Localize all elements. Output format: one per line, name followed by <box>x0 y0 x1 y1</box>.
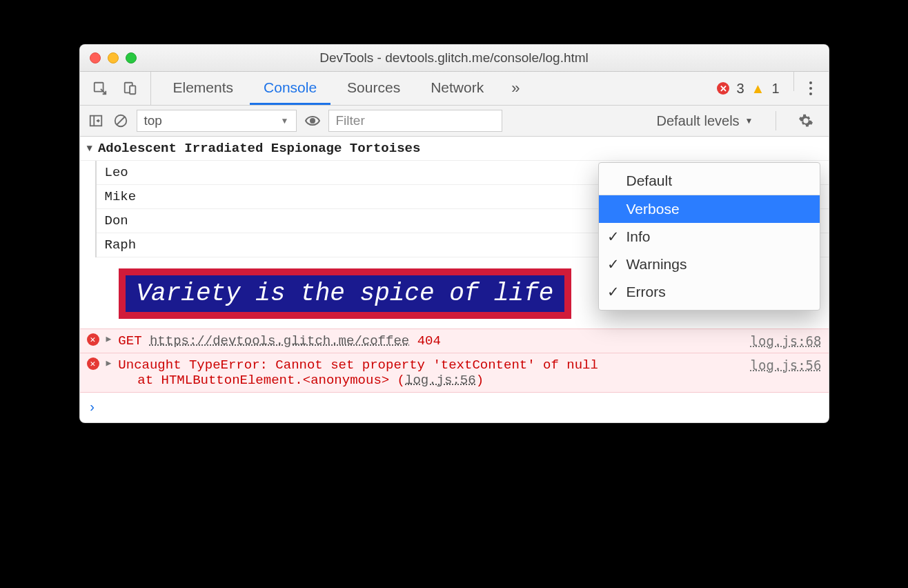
levels-option-errors[interactable]: ✓ Errors <box>599 278 820 306</box>
divider <box>793 72 794 91</box>
title-bar: DevTools - devtools.glitch.me/console/lo… <box>80 45 829 72</box>
chevron-down-icon: ▼ <box>745 116 753 126</box>
svg-point-5 <box>310 118 315 124</box>
disclosure-triangle-icon[interactable]: ▶ <box>106 333 112 344</box>
devtools-window: DevTools - devtools.glitch.me/console/lo… <box>79 44 829 423</box>
request-url[interactable]: https://devtools.glitch.me/coffee <box>150 333 409 349</box>
disclosure-triangle-icon[interactable]: ▼ <box>87 143 92 154</box>
filter-input[interactable]: Filter <box>328 110 502 132</box>
error-message: GET https://devtools.glitch.me/coffee 40… <box>118 333 743 349</box>
execution-context-select[interactable]: top ▼ <box>137 110 297 132</box>
clear-console-icon[interactable] <box>112 112 130 130</box>
levels-option-verbose[interactable]: Verbose <box>599 195 820 223</box>
close-window-button[interactable] <box>90 52 101 63</box>
error-icon: ✕ <box>87 357 99 370</box>
log-levels-label: Default levels <box>657 113 740 129</box>
console-group-header[interactable]: ▼ Adolescent Irradiated Espionage Tortoi… <box>80 137 829 161</box>
error-count-icon: ✕ <box>717 82 729 95</box>
svg-rect-2 <box>130 86 135 94</box>
window-controls <box>80 52 137 63</box>
http-status: 404 <box>417 333 441 349</box>
message-counts[interactable]: ✕ 3 ▲ 1 <box>717 72 786 105</box>
styled-log-message: Variety is the spice of life <box>119 268 572 319</box>
option-label: Errors <box>626 284 666 300</box>
console-toolbar: top ▼ Filter Default levels ▼ <box>80 106 829 137</box>
error-message: Uncaught TypeError: Cannot set property … <box>118 357 743 388</box>
option-label: Default <box>626 173 673 189</box>
customize-menu-button[interactable] <box>801 72 820 105</box>
warning-count-icon: ▲ <box>751 81 765 97</box>
option-label: Verbose <box>626 201 680 217</box>
stack-source-link[interactable]: log.js:56 <box>405 373 476 388</box>
console-sidebar-toggle-icon[interactable] <box>87 112 105 130</box>
source-link[interactable]: log.js:68 <box>751 333 822 349</box>
levels-option-warnings[interactable]: ✓ Warnings <box>599 251 820 278</box>
prompt-chevron-icon: › <box>88 400 97 415</box>
http-method: GET <box>118 333 141 349</box>
divider <box>776 111 776 130</box>
main-tabs-row: Elements Console Sources Network » ✕ 3 ▲… <box>80 72 829 106</box>
log-levels-dropdown[interactable]: Default levels ▼ <box>649 113 762 129</box>
checkmark-icon: ✓ <box>607 228 620 245</box>
live-expression-icon[interactable] <box>304 112 322 130</box>
inspect-element-icon[interactable] <box>91 79 109 97</box>
option-label: Info <box>626 228 651 245</box>
option-label: Warnings <box>626 256 687 273</box>
console-prompt[interactable]: › <box>80 393 829 422</box>
exception-text: Uncaught TypeError: Cannot set property … <box>118 357 598 373</box>
tab-sources[interactable]: Sources <box>333 72 414 105</box>
stack-frame: at HTMLButtonElement.<anonymous> (log.js… <box>118 373 484 388</box>
log-levels-menu: Default Verbose ✓ Info ✓ Warnings ✓ Erro… <box>598 162 820 311</box>
window-title: DevTools - devtools.glitch.me/console/lo… <box>80 50 829 66</box>
execution-context-value: top <box>144 113 162 128</box>
tab-console[interactable]: Console <box>250 72 330 105</box>
error-icon: ✕ <box>87 333 99 346</box>
error-count: 3 <box>736 81 744 97</box>
zoom-window-button[interactable] <box>126 52 137 63</box>
levels-option-default[interactable]: Default <box>599 167 820 195</box>
checkmark-icon: ✓ <box>607 256 620 273</box>
inspect-dock-group <box>80 72 151 105</box>
disclosure-triangle-icon[interactable]: ▶ <box>106 357 112 369</box>
js-error-row[interactable]: ✕ ▶ Uncaught TypeError: Cannot set prope… <box>80 353 829 393</box>
device-toolbar-icon[interactable] <box>121 79 139 97</box>
tab-elements[interactable]: Elements <box>159 72 248 105</box>
warning-count: 1 <box>771 81 779 97</box>
panel-tabs: Elements Console Sources Network » <box>151 72 531 105</box>
network-error-row[interactable]: ✕ ▶ GET https://devtools.glitch.me/coffe… <box>80 329 829 353</box>
tabs-overflow-button[interactable]: » <box>500 72 531 105</box>
levels-option-info[interactable]: ✓ Info <box>599 223 820 251</box>
console-settings-icon[interactable] <box>790 112 822 130</box>
checkmark-icon: ✓ <box>607 284 620 300</box>
source-link[interactable]: log.js:56 <box>751 357 822 373</box>
group-title: Adolescent Irradiated Espionage Tortoise… <box>98 141 420 156</box>
minimize-window-button[interactable] <box>108 52 119 63</box>
chevron-down-icon: ▼ <box>281 116 289 126</box>
tab-network[interactable]: Network <box>417 72 497 105</box>
filter-placeholder: Filter <box>336 113 365 128</box>
